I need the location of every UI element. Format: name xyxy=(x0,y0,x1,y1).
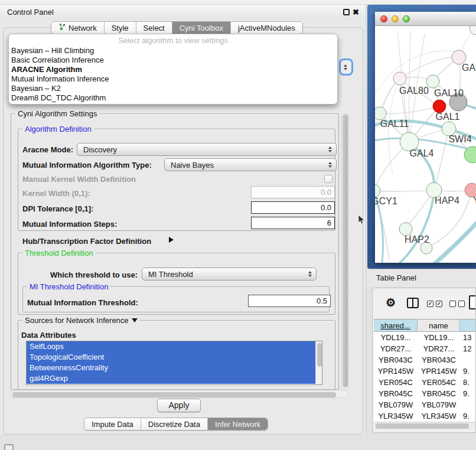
table-cell: YDR27... xyxy=(374,343,418,354)
algorithm-option-bayesian-hill-climbing[interactable]: Bayesian – Hill Climbing xyxy=(9,46,337,56)
aracne-mode-label: Aracne Mode: xyxy=(22,145,73,154)
which-threshold-value: MI Threshold xyxy=(148,270,193,279)
dpi-tolerance-field[interactable]: 0.0 xyxy=(251,201,335,214)
table-cell: YLR345W xyxy=(418,410,460,422)
settings-horizontal-scrollbar[interactable] xyxy=(11,390,348,398)
table-row[interactable]: YLR345WYLR345W9. xyxy=(374,410,476,422)
combo-stepper-icon xyxy=(328,146,332,152)
network-node-label: HAP2 xyxy=(405,234,429,244)
hub-definition-label[interactable]: Hub/Transcription Factor Definition xyxy=(22,237,151,246)
dpi-tolerance-label: DPI Tolerance [0,1]: xyxy=(22,204,93,213)
algorithm-dropdown-items: Bayesian – Hill ClimbingBasic Correlatio… xyxy=(9,46,337,103)
export-table-icon[interactable] xyxy=(469,295,476,309)
algorithm-option-basic-correlation-inference[interactable]: Basic Correlation Inference xyxy=(9,56,337,65)
mi-threshold-label: Mutual Information Threshold: xyxy=(27,298,138,307)
attribute-item-selfloops[interactable]: SelfLoops xyxy=(27,341,315,352)
collapse-arrow-icon[interactable] xyxy=(132,318,138,322)
network-node[interactable] xyxy=(433,100,446,113)
aracne-mode-value: Discovery xyxy=(83,145,117,154)
table-row[interactable]: YDR27...YDR27...12 xyxy=(374,343,476,354)
network-node[interactable] xyxy=(393,72,406,85)
settings-vertical-scrollbar[interactable] xyxy=(341,113,349,390)
algorithm-combobox[interactable] xyxy=(339,58,353,76)
aracne-mode-select[interactable]: Discovery xyxy=(77,143,337,156)
network-node-label: GAL xyxy=(462,63,476,73)
mi-steps-field[interactable]: 6 xyxy=(251,217,335,229)
network-node[interactable] xyxy=(375,184,380,197)
network-node[interactable] xyxy=(399,223,412,236)
table-row[interactable]: YBR043CYBR043C xyxy=(374,354,476,366)
table-horizontal-scrollbar[interactable] xyxy=(374,422,475,429)
manual-kernel-width-checkbox[interactable] xyxy=(324,175,332,183)
mi-algorithm-type-select[interactable]: Naive Bayes xyxy=(164,158,337,171)
network-tab-icon xyxy=(58,23,66,32)
apply-button[interactable]: Apply xyxy=(157,399,201,412)
algorithm-option-dream8-dc-tdc-algorithm[interactable]: Dream8 DC_TDC Algorithm xyxy=(9,93,337,103)
attributes-list-scrollbar[interactable] xyxy=(315,341,322,384)
attribute-item-gal4rgexp[interactable]: gal4RGexp xyxy=(27,373,315,384)
attribute-item-betweennesscentrality[interactable]: BetweennessCentrality xyxy=(27,363,315,373)
table-cell: YDL19... xyxy=(374,332,418,343)
column-header-2[interactable] xyxy=(460,319,476,332)
network-edge xyxy=(375,190,434,191)
tab-select[interactable]: Select xyxy=(136,22,172,34)
network-node[interactable] xyxy=(470,26,476,35)
control-panel: Control Panel ✖ NetworkStyleSelectCyni T… xyxy=(0,5,366,434)
table-row[interactable]: YDL19...YDL19...13 xyxy=(374,332,476,343)
column-header-shared[interactable]: shared... xyxy=(374,319,418,332)
network-view-window: GALGAL80GAL10GAL1GAL11SWI4GAL4GCY1HAP4YH… xyxy=(375,12,476,263)
tab-network[interactable]: Network xyxy=(51,22,104,34)
which-threshold-select[interactable]: MI Threshold xyxy=(142,268,317,281)
table-row[interactable]: YER054CYER054C8. xyxy=(374,377,476,388)
columns-icon[interactable] xyxy=(407,298,419,308)
scrollbar-thumb[interactable] xyxy=(343,115,348,387)
table-row[interactable]: YBR045CYBR045C9. xyxy=(374,388,476,399)
bottom-tab-impute-data[interactable]: Impute Data xyxy=(84,418,141,430)
data-attributes-list[interactable]: SelfLoopsTopologicalCoefficientBetweenne… xyxy=(26,341,322,385)
minimize-traffic-light-icon[interactable] xyxy=(392,15,399,22)
close-traffic-light-icon[interactable] xyxy=(380,15,387,22)
tab-label: Style xyxy=(112,24,129,32)
tab-label: jActiveMNodules xyxy=(238,24,295,32)
column-header-name[interactable]: name xyxy=(418,319,460,332)
attribute-item-topologicalcoefficient[interactable]: TopologicalCoefficient xyxy=(27,352,315,363)
close-icon[interactable]: ✖ xyxy=(353,7,359,18)
table-row[interactable]: YBL079WYBL079W xyxy=(374,399,476,410)
network-node-label: Y xyxy=(473,195,476,206)
table-cell: YDL19... xyxy=(418,332,460,343)
table-cell: YBL079W xyxy=(374,399,418,410)
sources-title[interactable]: Sources for Network Inference xyxy=(25,316,129,325)
network-node[interactable] xyxy=(375,107,386,120)
algorithm-option-aracne-algorithm[interactable]: ARACNE Algorithm xyxy=(9,65,337,74)
cyni-settings-title: Cyni Algorithm Settings xyxy=(15,109,99,118)
float-panel-icon[interactable] xyxy=(343,9,350,15)
expand-arrow-icon[interactable] xyxy=(169,237,174,243)
table-row[interactable]: YPR145WYPR145W9. xyxy=(374,366,476,377)
scrollbar-thumb[interactable] xyxy=(12,392,336,397)
algorithm-option-bayesian-k2[interactable]: Bayesian – K2 xyxy=(9,84,337,93)
data-attributes-label: Data Attributes xyxy=(21,331,76,340)
tab-cyni-toolbox[interactable]: Cyni Toolbox xyxy=(172,22,230,34)
zoom-traffic-light-icon[interactable] xyxy=(403,15,410,22)
kernel-width-field[interactable]: 0.0 xyxy=(251,186,335,198)
tab-label: Impute Data xyxy=(92,420,133,429)
collapsed-panel-icon[interactable] xyxy=(4,444,14,450)
network-node-label: GCY1 xyxy=(375,196,397,206)
scrollbar-thumb[interactable] xyxy=(376,423,469,429)
table-cell: YPR145W xyxy=(374,366,418,377)
gear-icon[interactable]: ⚙ xyxy=(386,296,396,309)
table-cell: YBR045C xyxy=(418,388,460,399)
bottom-tabs: Impute DataDiscretize DataInfer Network xyxy=(84,418,268,431)
unselect-all-columns-icon[interactable] xyxy=(449,301,465,307)
scrollbar-thumb[interactable] xyxy=(317,343,322,367)
algorithm-option-mutual-information-inference[interactable]: Mutual Information Inference xyxy=(9,74,337,84)
network-window-titlebar[interactable] xyxy=(375,12,476,26)
network-canvas[interactable]: GALGAL80GAL10GAL1GAL11SWI4GAL4GCY1HAP4YH… xyxy=(375,26,476,263)
tab-jactivemnodules[interactable]: jActiveMNodules xyxy=(230,22,302,34)
bottom-tab-discretize-data[interactable]: Discretize Data xyxy=(141,418,207,430)
select-all-columns-icon[interactable]: ✓✓ xyxy=(427,301,442,307)
mi-threshold-field[interactable]: 0.5 xyxy=(248,295,331,307)
bottom-tab-infer-network[interactable]: Infer Network xyxy=(207,418,268,430)
table-cell: YBR043C xyxy=(374,354,418,366)
tab-style[interactable]: Style xyxy=(104,22,136,34)
